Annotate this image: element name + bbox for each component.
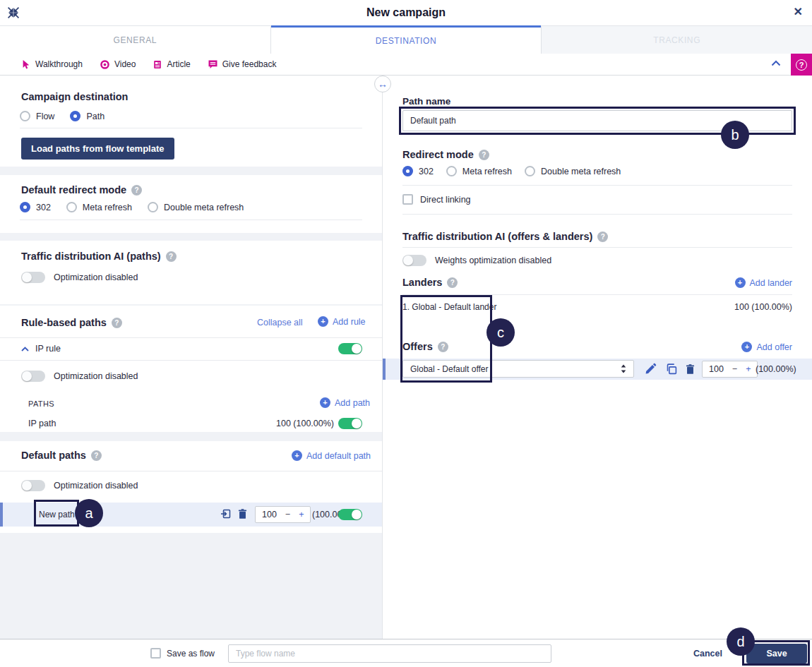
add-lander-link[interactable]: + Add lander (735, 277, 792, 288)
help-toolbar: Walkthrough Video Article Give feedback … (0, 54, 812, 76)
plus-circle-icon: + (735, 277, 746, 288)
edit-pencil-icon[interactable] (645, 363, 657, 375)
radio-302[interactable]: 302 (20, 202, 51, 212)
paths-header: PATHS (28, 399, 54, 408)
help-icon[interactable]: ? (112, 318, 122, 328)
help-icon[interactable]: ? (131, 185, 142, 196)
question-icon: ? (796, 59, 807, 71)
divider (20, 128, 362, 128)
weight-value: 100 (709, 364, 724, 374)
weights-optimization-toggle[interactable] (402, 255, 426, 266)
path-name-input[interactable]: Default path (402, 110, 792, 131)
divider (0, 360, 382, 361)
ip-rule-row: IP rule (0, 338, 382, 360)
chevron-up-icon[interactable] (21, 347, 29, 351)
flow-name-input[interactable]: Type flow name (228, 644, 551, 663)
lander-weight: 100 (100.00%) (734, 302, 792, 312)
radio-dot (148, 202, 158, 212)
load-paths-button[interactable]: Load paths from flow template (21, 138, 174, 160)
redirect-mode-title: Redirect mode ? (402, 149, 489, 160)
radio-flow[interactable]: Flow (20, 111, 54, 121)
radio-meta-refresh[interactable]: Meta refresh (66, 202, 132, 212)
trash-icon[interactable] (686, 363, 695, 375)
radio-dot (66, 202, 77, 212)
default-optimization-toggle[interactable] (21, 480, 45, 491)
tab-general[interactable]: GENERAL (0, 25, 271, 54)
divider (0, 471, 382, 471)
plus-button[interactable]: + (299, 510, 304, 519)
radio-dot-selected (402, 166, 413, 176)
help-icon[interactable]: ? (479, 150, 489, 160)
direct-linking-checkbox[interactable] (402, 194, 413, 205)
traffic-ai-offers-title: Traffic distribution AI (offers & lander… (402, 231, 608, 242)
article-button[interactable]: Article (153, 59, 190, 70)
offer-weight-percent: (100.00%) (756, 364, 796, 374)
help-icon[interactable]: ? (447, 277, 458, 288)
tab-tracking: TRACKING (541, 25, 812, 54)
radio-dot (525, 166, 535, 176)
radio-302[interactable]: 302 (402, 166, 434, 176)
path-enabled-toggle[interactable] (338, 418, 362, 429)
collapse-all-link[interactable]: Collapse all (257, 318, 303, 328)
modal-header: New campaign ✕ (0, 0, 812, 25)
panel-resize-handle[interactable]: ↔ (374, 76, 391, 92)
radio-double-meta-refresh[interactable]: Double meta refresh (525, 166, 621, 176)
new-path-row[interactable]: New path 100 − + (100.00%) (0, 503, 382, 527)
tab-bar: GENERAL DESTINATION TRACKING (0, 25, 812, 54)
video-button[interactable]: Video (100, 59, 136, 70)
cancel-button[interactable]: Cancel (688, 639, 727, 667)
close-icon[interactable]: ✕ (794, 5, 803, 18)
add-default-path-link[interactable]: + Add default path (292, 450, 371, 461)
save-button[interactable]: Save (746, 644, 807, 663)
rule-based-paths-section: Rule-based paths ? Collapse all + Add ru… (0, 306, 382, 432)
collapse-toolbar-chevron-up-icon[interactable] (771, 60, 781, 66)
ip-path-row[interactable]: IP path 100 (100.00%) (0, 415, 382, 433)
minus-button[interactable]: − (732, 364, 737, 374)
help-icon[interactable]: ? (597, 232, 608, 242)
help-button[interactable]: ? (791, 54, 812, 76)
divider (402, 214, 792, 215)
minus-button[interactable]: − (285, 510, 290, 519)
lander-name: 1. Global - Default lander (402, 302, 496, 312)
rule-enabled-toggle[interactable] (338, 343, 362, 354)
optimization-toggle[interactable] (21, 272, 45, 283)
default-redirect-mode-section: Default redirect mode ? 302 Meta refresh… (0, 175, 382, 233)
save-as-flow-checkbox[interactable] (150, 648, 161, 659)
give-feedback-button[interactable]: Give feedback (208, 59, 277, 70)
campaign-destination-section: Campaign destination Flow Path Load path… (0, 76, 382, 167)
offer-weight-stepper[interactable]: 100 − + (702, 361, 758, 378)
offer-select[interactable]: Global - Default offer (402, 360, 634, 378)
tab-destination[interactable]: DESTINATION (271, 25, 542, 54)
plus-circle-icon: + (320, 397, 330, 408)
help-icon[interactable]: ? (438, 342, 448, 352)
plus-circle-icon: + (741, 342, 752, 352)
radio-dot-selected (20, 202, 30, 212)
section-title: Campaign destination (21, 91, 128, 102)
offers-title: Offers ? (402, 341, 448, 352)
clone-icon[interactable] (220, 508, 232, 519)
radio-meta-refresh[interactable]: Meta refresh (446, 166, 512, 176)
path-enabled-toggle[interactable] (338, 509, 362, 520)
lander-row[interactable]: 1. Global - Default lander 100 (100.00%) (383, 299, 812, 317)
divider (402, 294, 792, 295)
radio-path[interactable]: Path (70, 111, 105, 121)
add-offer-link[interactable]: + Add offer (741, 342, 792, 352)
trash-icon[interactable] (238, 508, 247, 519)
add-path-link[interactable]: + Add path (320, 397, 370, 408)
radio-double-meta-refresh[interactable]: Double meta refresh (148, 202, 244, 212)
help-icon[interactable]: ? (91, 450, 102, 461)
plus-button[interactable]: + (746, 364, 751, 374)
rule-optimization-toggle[interactable] (21, 371, 45, 382)
help-icon[interactable]: ? (166, 251, 177, 262)
page-title: New campaign (0, 0, 812, 25)
path-weight: 100 (100.00%) (276, 419, 334, 428)
plus-circle-icon: + (292, 450, 302, 461)
add-rule-link[interactable]: + Add rule (318, 316, 366, 327)
path-name-label: Path name (402, 96, 450, 107)
copy-icon[interactable] (665, 363, 677, 375)
section-title: Rule-based paths ? (21, 317, 122, 328)
walkthrough-button[interactable]: Walkthrough (21, 59, 83, 70)
radio-dot (20, 111, 30, 121)
weight-stepper[interactable]: 100 − + (255, 506, 311, 523)
plus-circle-icon: + (318, 316, 328, 327)
